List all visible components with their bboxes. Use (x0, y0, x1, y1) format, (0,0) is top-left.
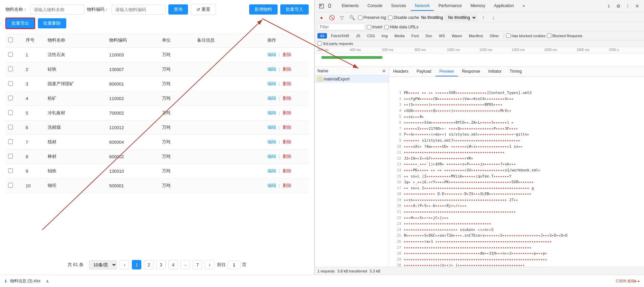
page-7-btn[interactable]: 7 (193, 260, 202, 269)
edit-btn-1[interactable]: 编辑 (267, 67, 276, 72)
row-checkbox-5[interactable] (8, 125, 13, 129)
select-all-checkbox[interactable] (8, 38, 13, 42)
tab-sources[interactable]: Sources (387, 1, 410, 11)
record-button[interactable]: ● (317, 14, 326, 22)
delete-btn-8[interactable]: 删除 (283, 168, 291, 173)
import-button[interactable]: 批量导入 (280, 4, 309, 15)
edit-btn-4[interactable]: 编辑 (267, 110, 276, 115)
close-icon[interactable]: ✕ (633, 2, 641, 10)
filter-input[interactable] (317, 24, 365, 30)
row-checkbox-3[interactable] (8, 96, 13, 100)
has-blocked-cookies-checkbox[interactable] (506, 33, 510, 38)
filter-manifest[interactable]: Manifest (466, 33, 486, 39)
edit-btn-8[interactable]: 编辑 (267, 168, 276, 173)
delete-btn-2[interactable]: 删除 (283, 81, 291, 86)
row-checkbox-2[interactable] (8, 81, 13, 86)
filter-img[interactable]: Img (379, 33, 390, 39)
row-checkbox-0[interactable] (8, 52, 13, 57)
filter-media[interactable]: Media (392, 33, 407, 39)
preserve-log-checkbox[interactable] (358, 16, 362, 20)
page-3-btn[interactable]: 3 (156, 260, 166, 269)
export-button[interactable]: 批量导出 (5, 18, 35, 29)
material-code-input[interactable] (112, 5, 166, 15)
invert-checkbox[interactable] (367, 25, 371, 29)
tab-performance[interactable]: Performance (434, 1, 466, 11)
filter-icon[interactable]: ▽ (338, 14, 346, 22)
tab-memory[interactable]: Memory (467, 1, 489, 11)
filter-fetch-xhr[interactable]: Fetch/XHR (328, 33, 352, 39)
filter-other[interactable]: Other (487, 33, 502, 39)
tab-network[interactable]: Network (411, 1, 434, 11)
third-party-checkbox[interactable] (317, 41, 322, 46)
delete-btn-0[interactable]: 删除 (283, 52, 291, 57)
edit-btn-7[interactable]: 编辑 (267, 154, 276, 159)
third-party-label[interactable]: 3rd-party requests (317, 41, 353, 46)
filter-font[interactable]: Font (409, 33, 422, 39)
delete-btn-1[interactable]: 删除 (283, 67, 291, 72)
goto-input[interactable] (227, 261, 241, 269)
header-checkbox[interactable] (5, 33, 23, 48)
tab-timing[interactable]: Timing (506, 67, 526, 76)
tab-preview[interactable]: Preview (435, 67, 458, 76)
tab-headers[interactable]: Headers (389, 67, 412, 76)
tab-response[interactable]: Response (458, 67, 484, 76)
more-icon[interactable]: ⋮ (624, 2, 632, 10)
material-export-request[interactable]: materialExport (315, 75, 389, 83)
add-button[interactable]: 新增物料 (249, 4, 278, 15)
reset-button[interactable]: ↺ 重置 (191, 4, 216, 15)
tab-elements[interactable]: Elements (338, 1, 363, 11)
blocked-requests-checkbox[interactable] (547, 33, 551, 38)
tab-console[interactable]: Console (363, 1, 386, 11)
throttling-select[interactable]: No throttling (445, 14, 477, 21)
query-button[interactable]: 查询 (168, 4, 188, 15)
row-checkbox-8[interactable] (8, 168, 13, 173)
filter-js[interactable]: JS (353, 33, 363, 39)
delete-btn-4[interactable]: 删除 (283, 110, 291, 115)
page-4-btn[interactable]: 4 (168, 260, 178, 269)
tab-application[interactable]: Application (490, 1, 518, 11)
tab-initiator[interactable]: Initiator (484, 67, 505, 76)
edit-btn-3[interactable]: 编辑 (267, 96, 276, 101)
hide-data-urls-label[interactable]: Hide data URLs (384, 25, 419, 29)
filter-all[interactable]: All (317, 33, 327, 39)
material-name-input[interactable] (30, 5, 84, 15)
page-size-select[interactable]: 10条/页 20条/页 50条/页 (89, 260, 117, 269)
import-icon[interactable]: ↑ (479, 14, 487, 22)
chevron-up-icon[interactable]: ∧ (46, 279, 49, 284)
invert-label[interactable]: Invert (367, 25, 382, 29)
edit-btn-9[interactable]: 编辑 (267, 183, 276, 188)
device-icon[interactable] (326, 2, 334, 10)
tab-more[interactable]: » (519, 1, 529, 11)
row-checkbox-1[interactable] (8, 67, 13, 71)
hide-data-urls-checkbox[interactable] (384, 25, 389, 29)
delete-btn-3[interactable]: 删除 (283, 96, 291, 101)
row-checkbox-9[interactable] (8, 183, 13, 188)
edit-btn-2[interactable]: 编辑 (267, 81, 276, 86)
disable-cache-checkbox[interactable] (388, 16, 392, 20)
disable-cache-label[interactable]: Disable cache (388, 15, 419, 20)
close-panel-btn[interactable]: ✕ (382, 68, 386, 74)
edit-btn-6[interactable]: 编辑 (267, 139, 276, 144)
row-checkbox-6[interactable] (8, 139, 13, 144)
clear-button[interactable]: 🚫 (328, 14, 336, 22)
preserve-log-label[interactable]: Preserve log (358, 15, 386, 20)
filter-ws[interactable]: WS (436, 33, 448, 39)
has-blocked-cookies-label[interactable]: Has blocked cookies (506, 33, 546, 38)
batch-delete-button[interactable]: 批量删除 (38, 18, 66, 28)
delete-btn-5[interactable]: 删除 (283, 125, 291, 130)
tab-payload[interactable]: Payload (412, 67, 435, 76)
export-icon[interactable]: ↓ (489, 14, 497, 22)
filter-wasm[interactable]: Wasm (449, 33, 465, 39)
delete-btn-6[interactable]: 删除 (283, 139, 291, 144)
inspect-icon[interactable] (317, 2, 326, 10)
edit-btn-5[interactable]: 编辑 (267, 125, 276, 130)
row-checkbox-4[interactable] (8, 110, 13, 115)
settings-icon[interactable]: ⚙ (614, 2, 622, 10)
row-checkbox-7[interactable] (8, 154, 13, 159)
prev-page-btn[interactable]: ‹ (120, 260, 129, 269)
page-1-btn[interactable]: 1 (132, 260, 141, 269)
edit-btn-0[interactable]: 编辑 (267, 52, 276, 57)
filter-doc[interactable]: Doc (423, 33, 435, 39)
blocked-requests-label[interactable]: Blocked Requests (547, 33, 582, 38)
filter-css[interactable]: CSS (364, 33, 378, 39)
